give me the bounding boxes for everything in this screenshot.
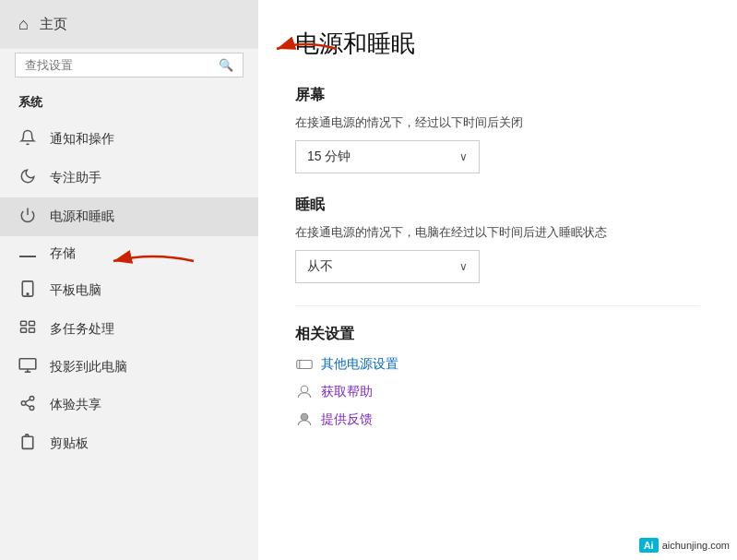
screen-dropdown-arrow: ∨ xyxy=(459,150,468,163)
section-divider xyxy=(295,305,700,306)
svg-rect-8 xyxy=(19,359,36,369)
storage-label: 存储 xyxy=(50,245,76,262)
sleep-dropdown-arrow: ∨ xyxy=(459,260,468,273)
multitask-icon xyxy=(18,319,37,340)
sidebar-item-project[interactable]: 投影到此电脑 xyxy=(0,349,258,386)
feedback-link[interactable]: 提供反馈 xyxy=(321,411,373,428)
svg-rect-6 xyxy=(21,328,27,333)
svg-line-14 xyxy=(25,404,30,407)
search-input[interactable] xyxy=(25,58,213,72)
home-label: 主页 xyxy=(40,16,67,33)
home-icon: ⌂ xyxy=(18,15,29,34)
other-power-link-item[interactable]: 其他电源设置 xyxy=(295,355,700,374)
sidebar-item-power[interactable]: 电源和睡眠 xyxy=(0,197,258,236)
get-help-link-item[interactable]: 获取帮助 xyxy=(295,383,700,401)
red-arrow-2 xyxy=(267,35,341,63)
power-label: 电源和睡眠 xyxy=(50,209,114,225)
svg-rect-1 xyxy=(19,256,36,257)
sleep-section-title: 睡眠 xyxy=(295,196,700,215)
svg-point-20 xyxy=(301,386,308,393)
watermark-site: aichunjing.com xyxy=(662,540,730,551)
share-icon xyxy=(18,395,37,415)
sleep-dropdown[interactable]: 从不 ∨ xyxy=(295,250,480,283)
svg-point-12 xyxy=(21,401,26,406)
sidebar-item-share[interactable]: 体验共享 xyxy=(0,386,258,424)
focus-label: 专注助手 xyxy=(50,170,101,186)
feedback-icon xyxy=(295,411,314,429)
other-power-icon xyxy=(295,355,314,374)
feedback-link-item[interactable]: 提供反馈 xyxy=(295,411,700,429)
svg-point-11 xyxy=(30,397,34,401)
sidebar-item-storage[interactable]: 存储 xyxy=(0,236,258,271)
project-icon xyxy=(18,358,37,376)
power-icon xyxy=(18,207,37,227)
get-help-icon xyxy=(295,383,314,401)
main-content: 电源和睡眠 屏幕 在接通电源的情况下，经过以下时间后关闭 15 分钟 ∨ 睡眠 … xyxy=(258,0,737,560)
get-help-link[interactable]: 获取帮助 xyxy=(321,384,373,400)
search-box[interactable]: 🔍 xyxy=(15,53,244,77)
page-title: 电源和睡眠 xyxy=(295,28,700,60)
tablet-icon xyxy=(18,280,37,301)
sleep-section-desc: 在接通电源的情况下，电脑在经过以下时间后进入睡眠状态 xyxy=(295,224,700,241)
clipboard-label: 剪贴板 xyxy=(50,435,89,452)
svg-rect-16 xyxy=(22,436,32,448)
related-settings-title: 相关设置 xyxy=(295,325,700,344)
sidebar-item-tablet[interactable]: 平板电脑 xyxy=(0,271,258,310)
storage-icon xyxy=(18,245,37,262)
search-icon: 🔍 xyxy=(219,58,233,72)
sidebar-item-focus[interactable]: 专注助手 xyxy=(0,159,258,197)
other-power-link[interactable]: 其他电源设置 xyxy=(321,356,398,373)
screen-section-desc: 在接通电源的情况下，经过以下时间后关闭 xyxy=(295,114,700,131)
tablet-label: 平板电脑 xyxy=(50,282,101,299)
svg-rect-4 xyxy=(21,321,27,326)
sidebar-item-notification[interactable]: 通知和操作 xyxy=(0,120,258,159)
sidebar: ⌂ 主页 🔍 系统 通知和操作 专注助手 电源 xyxy=(0,0,258,560)
notification-label: 通知和操作 xyxy=(50,131,114,148)
watermark: Ai aichunjing.com xyxy=(639,538,730,553)
svg-point-21 xyxy=(301,413,308,421)
screen-dropdown[interactable]: 15 分钟 ∨ xyxy=(295,140,480,173)
svg-line-15 xyxy=(25,399,30,402)
home-item[interactable]: ⌂ 主页 xyxy=(0,0,258,49)
svg-point-13 xyxy=(30,406,34,411)
svg-rect-5 xyxy=(30,321,35,326)
multitask-label: 多任务处理 xyxy=(50,321,114,338)
sidebar-item-clipboard[interactable]: 剪贴板 xyxy=(0,424,258,463)
sleep-dropdown-value: 从不 xyxy=(307,258,333,275)
focus-icon xyxy=(18,168,37,188)
screen-section-title: 屏幕 xyxy=(295,86,700,105)
project-label: 投影到此电脑 xyxy=(50,359,127,375)
clipboard-icon xyxy=(18,434,37,454)
screen-dropdown-value: 15 分钟 xyxy=(307,149,351,165)
share-label: 体验共享 xyxy=(50,397,101,413)
svg-point-3 xyxy=(27,293,29,295)
watermark-box: Ai xyxy=(639,538,659,553)
svg-rect-7 xyxy=(30,328,35,333)
section-title: 系统 xyxy=(0,89,258,120)
notification-icon xyxy=(18,129,37,149)
sidebar-item-multitask[interactable]: 多任务处理 xyxy=(0,310,258,349)
